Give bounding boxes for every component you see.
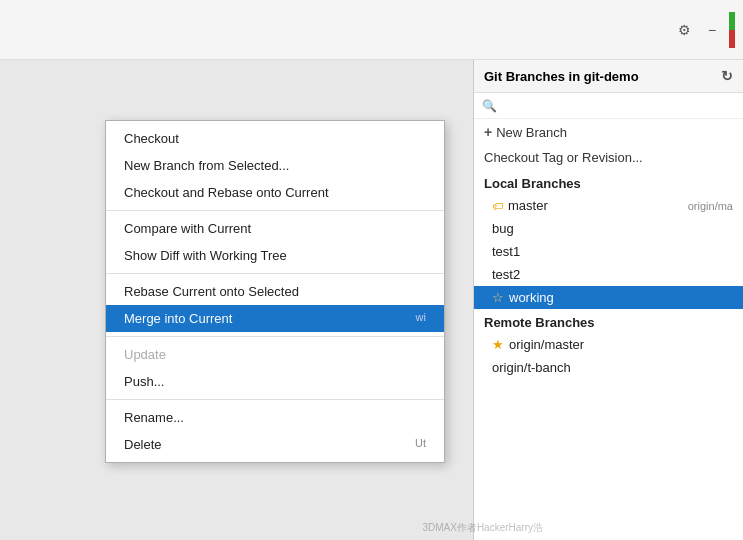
menu-item-label: New Branch from Selected... bbox=[124, 158, 289, 173]
main-area: CheckoutNew Branch from Selected...Check… bbox=[0, 60, 743, 540]
menu-item-merge-into-current[interactable]: Merge into Currentwi bbox=[106, 305, 444, 332]
checkout-tag-action[interactable]: Checkout Tag or Revision... bbox=[474, 145, 743, 170]
green-indicator bbox=[729, 12, 735, 30]
menu-item-label: Delete bbox=[124, 437, 162, 452]
branch-name: test1 bbox=[492, 244, 520, 259]
new-branch-label: New Branch bbox=[496, 125, 567, 140]
menu-item-label: Push... bbox=[124, 374, 164, 389]
local-branch-bug[interactable]: bug bbox=[474, 217, 743, 240]
menu-separator bbox=[106, 210, 444, 211]
branch-name: origin/t-banch bbox=[492, 360, 571, 375]
menu-item-compare-with-current[interactable]: Compare with Current bbox=[106, 215, 444, 242]
refresh-icon[interactable]: ↻ bbox=[721, 68, 733, 84]
star-icon: ★ bbox=[492, 337, 504, 352]
menu-item-label: Merge into Current bbox=[124, 311, 232, 326]
red-indicator bbox=[729, 30, 735, 48]
branch-name: bug bbox=[492, 221, 514, 236]
remote-branches-header: Remote Branches bbox=[474, 309, 743, 333]
menu-separator bbox=[106, 273, 444, 274]
local-branches-header: Local Branches bbox=[474, 170, 743, 194]
star-icon: ☆ bbox=[492, 290, 504, 305]
branches-list: +New BranchCheckout Tag or Revision...Lo… bbox=[474, 119, 743, 540]
branches-title: Git Branches in git-demo bbox=[484, 69, 639, 84]
menu-item-label: Show Diff with Working Tree bbox=[124, 248, 287, 263]
origin-label: origin/ma bbox=[688, 200, 733, 212]
menu-item-rebase-current[interactable]: Rebase Current onto Selected bbox=[106, 278, 444, 305]
menu-item-label: Checkout and Rebase onto Current bbox=[124, 185, 329, 200]
menu-item-rename[interactable]: Rename... bbox=[106, 404, 444, 431]
local-branch-test1[interactable]: test1 bbox=[474, 240, 743, 263]
gear-icon[interactable]: ⚙ bbox=[673, 19, 695, 41]
search-icon: 🔍 bbox=[482, 99, 497, 113]
menu-item-label: Checkout bbox=[124, 131, 179, 146]
top-bar: ⚙ − bbox=[0, 0, 743, 60]
branches-header: Git Branches in git-demo ↻ bbox=[474, 60, 743, 93]
menu-item-show-diff[interactable]: Show Diff with Working Tree bbox=[106, 242, 444, 269]
plus-icon: + bbox=[484, 124, 492, 140]
remote-branch-origin-t-banch[interactable]: origin/t-banch bbox=[474, 356, 743, 379]
new-branch-action[interactable]: +New Branch bbox=[474, 119, 743, 145]
minimize-icon[interactable]: − bbox=[701, 19, 723, 41]
menu-item-checkout[interactable]: Checkout bbox=[106, 125, 444, 152]
menu-separator bbox=[106, 336, 444, 337]
search-input[interactable] bbox=[502, 98, 735, 113]
color-indicator bbox=[729, 12, 735, 48]
menu-item-label: Compare with Current bbox=[124, 221, 251, 236]
menu-item-label: Update bbox=[124, 347, 166, 362]
branch-name: working bbox=[509, 290, 554, 305]
menu-separator bbox=[106, 399, 444, 400]
branches-search: 🔍 bbox=[474, 93, 743, 119]
menu-item-update: Update bbox=[106, 341, 444, 368]
menu-item-shortcut: Ut bbox=[415, 437, 426, 449]
menu-item-new-branch-from-selected[interactable]: New Branch from Selected... bbox=[106, 152, 444, 179]
branch-name: test2 bbox=[492, 267, 520, 282]
context-menu: CheckoutNew Branch from Selected...Check… bbox=[105, 120, 445, 463]
local-branch-test2[interactable]: test2 bbox=[474, 263, 743, 286]
star-icon: 🏷 bbox=[492, 200, 503, 212]
menu-item-label: Rebase Current onto Selected bbox=[124, 284, 299, 299]
menu-item-shortcut: wi bbox=[416, 311, 426, 323]
branch-name: origin/master bbox=[509, 337, 584, 352]
menu-item-label: Rename... bbox=[124, 410, 184, 425]
checkout-tag-label: Checkout Tag or Revision... bbox=[484, 150, 643, 165]
branch-name: master bbox=[508, 198, 548, 213]
menu-item-push[interactable]: Push... bbox=[106, 368, 444, 395]
branches-panel: Git Branches in git-demo ↻ 🔍 +New Branch… bbox=[473, 60, 743, 540]
menu-item-checkout-and-rebase[interactable]: Checkout and Rebase onto Current bbox=[106, 179, 444, 206]
menu-item-delete[interactable]: DeleteUt bbox=[106, 431, 444, 458]
local-branch-working[interactable]: ☆working bbox=[474, 286, 743, 309]
local-branch-master[interactable]: 🏷masterorigin/ma bbox=[474, 194, 743, 217]
remote-branch-origin-master[interactable]: ★origin/master bbox=[474, 333, 743, 356]
